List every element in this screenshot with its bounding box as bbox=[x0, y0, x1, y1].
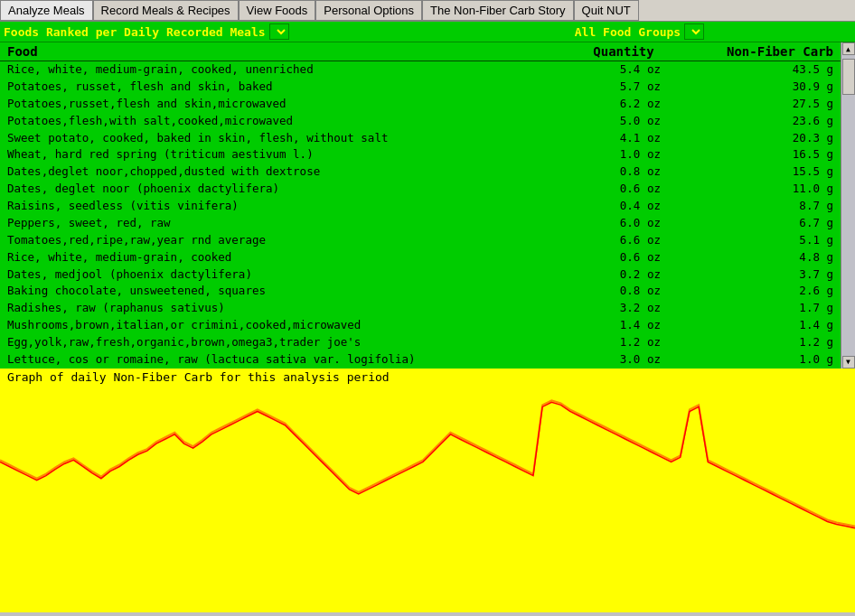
table-scroll: Food Quantity Non-Fiber Carb Rice, white… bbox=[0, 42, 841, 369]
table-row: Potatoes, russet, flesh and skin, baked5… bbox=[0, 79, 841, 96]
right-control: All Food Groups bbox=[428, 23, 851, 40]
quantity-cell: 0.2 oz bbox=[572, 266, 675, 284]
graph-title: Graph of daily Non-Fiber Carb for this a… bbox=[0, 369, 855, 386]
v-scrollbar[interactable]: ▲ ▼ bbox=[841, 42, 855, 369]
left-dropdown-label: Foods Ranked per Daily Recorded Meals bbox=[4, 25, 266, 39]
menu-personal-options[interactable]: Personal Options bbox=[315, 0, 422, 21]
quantity-cell: 1.2 oz bbox=[572, 334, 675, 351]
quantity-cell: 5.4 oz bbox=[572, 61, 675, 79]
food-name-cell: Dates, deglet noor (phoenix dactylifera) bbox=[0, 181, 572, 198]
quantity-cell: 5.0 oz bbox=[572, 113, 675, 130]
graph-area: Graph of daily Non-Fiber Carb for this a… bbox=[0, 369, 855, 612]
menu-non-fiber-carb[interactable]: The Non-Fiber Carb Story bbox=[422, 0, 574, 21]
quantity-cell: 0.8 oz bbox=[572, 283, 675, 300]
right-dropdown-label: All Food Groups bbox=[575, 25, 681, 39]
nfc-cell: 16.5 g bbox=[675, 146, 841, 163]
food-name-cell: Potatoes,russet,flesh and skin,microwave… bbox=[0, 96, 572, 113]
quantity-cell: 3.0 oz bbox=[572, 351, 675, 369]
nfc-cell: 6.7 g bbox=[675, 215, 841, 232]
table-row: Rice, white, medium-grain, cooked0.6 oz4… bbox=[0, 249, 841, 266]
table-row: Potatoes,russet,flesh and skin,microwave… bbox=[0, 96, 841, 113]
nfc-cell: 11.0 g bbox=[675, 181, 841, 198]
food-name-cell: Peppers, sweet, red, raw bbox=[0, 215, 572, 232]
food-name-cell: Potatoes, russet, flesh and skin, baked bbox=[0, 79, 572, 96]
nfc-cell: 1.2 g bbox=[675, 334, 841, 351]
table-row: Dates, medjool (phoenix dactylifera)0.2 … bbox=[0, 266, 841, 284]
left-control: Foods Ranked per Daily Recorded Meals bbox=[4, 23, 428, 40]
quantity-cell: 6.0 oz bbox=[572, 215, 675, 232]
table-row: Radishes, raw (raphanus sativus)3.2 oz1.… bbox=[0, 300, 841, 317]
food-name-cell: Rice, white, medium-grain, cooked bbox=[0, 249, 572, 266]
right-dropdown-select[interactable] bbox=[684, 23, 704, 40]
food-name-cell: Dates, medjool (phoenix dactylifera) bbox=[0, 266, 572, 284]
nfc-cell: 1.0 g bbox=[675, 351, 841, 369]
table-row: Raisins, seedless (vitis vinifera)0.4 oz… bbox=[0, 198, 841, 215]
foods-table: Food Quantity Non-Fiber Carb Rice, white… bbox=[0, 42, 841, 369]
scrollbar-track[interactable] bbox=[842, 55, 855, 356]
table-row: Dates,deglet noor,chopped,dusted with de… bbox=[0, 163, 841, 181]
menu-quit-nut[interactable]: Quit NUT bbox=[574, 0, 639, 21]
table-row: Peppers, sweet, red, raw6.0 oz6.7 g bbox=[0, 215, 841, 232]
nfc-cell: 3.7 g bbox=[675, 266, 841, 284]
food-name-cell: Radishes, raw (raphanus sativus) bbox=[0, 300, 572, 317]
col-header-food: Food bbox=[0, 42, 572, 61]
food-name-cell: Wheat, hard red spring (triticum aestivu… bbox=[0, 146, 572, 163]
table-row: Rice, white, medium-grain, cooked, unenr… bbox=[0, 61, 841, 79]
food-name-cell: Mushrooms,brown,italian,or crimini,cooke… bbox=[0, 317, 572, 334]
quantity-cell: 1.0 oz bbox=[572, 146, 675, 163]
nfc-cell: 43.5 g bbox=[675, 61, 841, 79]
quantity-cell: 5.7 oz bbox=[572, 79, 675, 96]
quantity-cell: 1.4 oz bbox=[572, 317, 675, 334]
nfc-cell: 2.6 g bbox=[675, 283, 841, 300]
quantity-cell: 6.6 oz bbox=[572, 232, 675, 249]
quantity-cell: 0.8 oz bbox=[572, 163, 675, 181]
table-row: Lettuce, cos or romaine, raw (lactuca sa… bbox=[0, 351, 841, 369]
nfc-cell: 23.6 g bbox=[675, 113, 841, 130]
nfc-cell: 1.7 g bbox=[675, 300, 841, 317]
quantity-cell: 0.4 oz bbox=[572, 198, 675, 215]
svg-rect-0 bbox=[0, 387, 855, 570]
nfc-cell: 8.7 g bbox=[675, 198, 841, 215]
food-name-cell: Tomatoes,red,ripe,raw,year rnd average bbox=[0, 232, 572, 249]
menu-record-meals[interactable]: Record Meals & Recipes bbox=[93, 0, 239, 21]
nfc-cell: 1.4 g bbox=[675, 317, 841, 334]
left-dropdown-select[interactable] bbox=[269, 23, 289, 40]
table-wrapper: Food Quantity Non-Fiber Carb Rice, white… bbox=[0, 42, 855, 369]
col-header-quantity: Quantity bbox=[572, 42, 675, 61]
food-name-cell: Potatoes,flesh,with salt,cooked,microwav… bbox=[0, 113, 572, 130]
table-row: Dates, deglet noor (phoenix dactylifera)… bbox=[0, 181, 841, 198]
graph-svg bbox=[0, 387, 855, 570]
table-row: Sweet potato, cooked, baked in skin, fle… bbox=[0, 130, 841, 147]
food-name-cell: Baking chocolate, unsweetened, squares bbox=[0, 283, 572, 300]
food-name-cell: Dates,deglet noor,chopped,dusted with de… bbox=[0, 163, 572, 181]
nfc-cell: 20.3 g bbox=[675, 130, 841, 147]
quantity-cell: 0.6 oz bbox=[572, 181, 675, 198]
nfc-cell: 30.9 g bbox=[675, 79, 841, 96]
scrollbar-up-btn[interactable]: ▲ bbox=[842, 42, 855, 55]
scrollbar-down-btn[interactable]: ▼ bbox=[842, 356, 855, 369]
food-name-cell: Egg,yolk,raw,fresh,organic,brown,omega3,… bbox=[0, 334, 572, 351]
quantity-cell: 0.6 oz bbox=[572, 249, 675, 266]
main-content: Foods Ranked per Daily Recorded Meals Al… bbox=[0, 22, 855, 612]
table-row: Wheat, hard red spring (triticum aestivu… bbox=[0, 146, 841, 163]
scrollbar-thumb[interactable] bbox=[842, 59, 855, 95]
nfc-cell: 4.8 g bbox=[675, 249, 841, 266]
menubar: Analyze Meals Record Meals & Recipes Vie… bbox=[0, 0, 855, 22]
food-name-cell: Raisins, seedless (vitis vinifera) bbox=[0, 198, 572, 215]
table-row: Potatoes,flesh,with salt,cooked,microwav… bbox=[0, 113, 841, 130]
table-row: Mushrooms,brown,italian,or crimini,cooke… bbox=[0, 317, 841, 334]
nfc-cell: 27.5 g bbox=[675, 96, 841, 113]
col-header-nfc: Non-Fiber Carb bbox=[675, 42, 841, 61]
menu-view-foods[interactable]: View Foods bbox=[239, 0, 316, 21]
quantity-cell: 4.1 oz bbox=[572, 130, 675, 147]
nfc-cell: 5.1 g bbox=[675, 232, 841, 249]
quantity-cell: 6.2 oz bbox=[572, 96, 675, 113]
quantity-cell: 3.2 oz bbox=[572, 300, 675, 317]
nfc-cell: 15.5 g bbox=[675, 163, 841, 181]
food-name-cell: Rice, white, medium-grain, cooked, unenr… bbox=[0, 61, 572, 79]
table-row: Tomatoes,red,ripe,raw,year rnd average6.… bbox=[0, 232, 841, 249]
food-name-cell: Lettuce, cos or romaine, raw (lactuca sa… bbox=[0, 351, 572, 369]
controls-row: Foods Ranked per Daily Recorded Meals Al… bbox=[0, 22, 855, 42]
menu-analyze-meals[interactable]: Analyze Meals bbox=[0, 0, 93, 21]
table-row: Egg,yolk,raw,fresh,organic,brown,omega3,… bbox=[0, 334, 841, 351]
